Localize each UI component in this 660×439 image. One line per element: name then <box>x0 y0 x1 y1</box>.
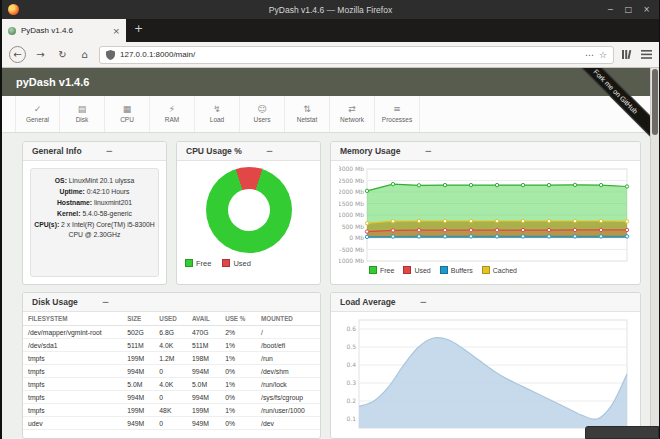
table-cell: /run/user/1000 <box>256 404 320 417</box>
tab-favicon-icon <box>8 27 16 35</box>
table-cell: 1% <box>220 404 256 417</box>
panel-disk-header: Disk Usage − <box>23 293 320 312</box>
table-cell: 0 <box>154 365 187 378</box>
legend-item: Free <box>369 266 394 274</box>
url-text[interactable]: 127.0.0.1:8000/main/ <box>120 50 580 59</box>
forward-icon[interactable]: → <box>33 49 48 60</box>
nav-label: Disk <box>76 116 89 123</box>
table-cell: 48K <box>154 404 187 417</box>
page-header: pyDash v1.4.6 <box>2 68 659 96</box>
maximize-button[interactable]: □ <box>625 5 633 14</box>
main-nav: ✓General▤Disk▦CPU⚡RAM↯Load☺Users⇅Netstat… <box>2 96 659 133</box>
minimize-button[interactable]: − <box>607 5 614 14</box>
network-icon: ⇄ <box>348 105 356 114</box>
panel-general-info-header: General Info − <box>23 142 166 161</box>
tab-close-icon[interactable]: × <box>112 26 120 36</box>
table-cell: 1.2M <box>154 352 187 365</box>
new-tab-button[interactable]: + <box>126 19 151 42</box>
legend-swatch <box>185 259 193 267</box>
panel-title: General Info <box>32 146 82 156</box>
cpu-panel-body: FreeUsed <box>177 161 320 284</box>
info-row: Hostname: linuxmint201 <box>34 198 155 209</box>
table-cell: 0% <box>220 365 256 378</box>
panel-title: Load Average <box>340 297 396 307</box>
page-viewport: pyDash v1.4.6 ✓General▤Disk▦CPU⚡RAM↯Load… <box>2 68 659 439</box>
table-cell: tmpfs <box>23 391 122 404</box>
svg-text:-1000 Mb: -1000 Mb <box>339 257 364 264</box>
panel-disk-usage: Disk Usage − FilesystemSizeUsedAvailUse … <box>22 292 321 439</box>
svg-text:1000 Mb: 1000 Mb <box>339 211 364 218</box>
shield-icon[interactable] <box>106 50 115 60</box>
nav-item-users[interactable]: ☺Users <box>240 96 285 132</box>
general-info-well: OS: LinuxMint 20.1 ulyssaUptime: 0:42:10… <box>30 168 159 277</box>
memory-usage-chart: 3000 Mb2500 Mb2000 Mb1500 Mb1000 Mb500 M… <box>339 165 631 265</box>
disk-col-header: Mounted <box>256 312 320 326</box>
page-actions-icon[interactable]: ⋯ <box>585 50 594 60</box>
table-cell: /sys/fs/cgroup <box>256 391 320 404</box>
nav-item-cpu[interactable]: ▦CPU <box>105 96 150 132</box>
panel-memory-header: Memory Usage − <box>331 142 640 161</box>
reload-icon[interactable]: ↻ <box>55 49 70 60</box>
panel-load-header: Load Average − <box>331 293 640 312</box>
table-row: tmpfs994M0994M0%/sys/fs/cgroup <box>23 391 320 404</box>
back-icon[interactable]: ← <box>9 46 26 63</box>
cpu-icon: ▦ <box>123 105 132 114</box>
table-cell: 1% <box>220 378 256 391</box>
nav-label: CPU <box>120 116 134 123</box>
svg-text:0.6: 0.6 <box>346 325 356 332</box>
table-row: tmpfs5.0M4.0K5.0M1%/run/lock <box>23 378 320 391</box>
nav-item-load[interactable]: ↯Load <box>195 96 240 132</box>
library-icon[interactable] <box>621 49 632 60</box>
nav-item-ram[interactable]: ⚡RAM <box>150 96 195 132</box>
nav-item-netstat[interactable]: ⇅Netstat <box>285 96 330 132</box>
table-cell: 949M <box>187 417 220 430</box>
tab-title: PyDash v1.4.6 <box>21 26 107 35</box>
panel-cpu-usage: CPU Usage % − FreeUsed <box>176 141 321 285</box>
nav-label: Network <box>340 116 364 123</box>
collapse-button[interactable]: − <box>266 146 274 156</box>
collapse-button[interactable]: − <box>102 297 110 307</box>
table-cell: 199M <box>187 404 220 417</box>
table-cell: /dev <box>256 417 320 430</box>
status-tooltip <box>585 426 659 439</box>
legend-item: Buffers <box>440 266 473 274</box>
menu-icon[interactable] <box>641 50 652 59</box>
table-cell: 511M <box>122 339 154 352</box>
legend-swatch <box>369 266 377 274</box>
table-cell: /dev/shm <box>256 365 320 378</box>
collapse-button[interactable]: − <box>424 146 432 156</box>
nav-item-processes[interactable]: ≡Processes <box>375 96 420 132</box>
table-cell: 502G <box>122 326 154 339</box>
home-icon[interactable]: ⌂ <box>77 49 92 60</box>
scrollbar-thumb[interactable] <box>652 69 658 135</box>
browser-tab[interactable]: PyDash v1.4.6 × <box>2 19 126 42</box>
memory-legend: FreeUsedBuffersCached <box>369 266 632 274</box>
legend-swatch <box>440 266 448 274</box>
close-button[interactable]: × <box>643 5 650 14</box>
collapse-button[interactable]: − <box>106 146 114 156</box>
bookmark-star-icon[interactable]: ☆ <box>599 50 607 60</box>
load-panel-body: 0.60.50.40.30.20.1 <box>331 312 640 438</box>
table-cell: 4.0K <box>154 339 187 352</box>
table-cell: 1% <box>220 339 256 352</box>
table-cell: 994M <box>122 391 154 404</box>
table-cell: 199M <box>122 352 154 365</box>
nav-item-disk[interactable]: ▤Disk <box>60 96 105 132</box>
window-titlebar[interactable]: PyDash v1.4.6 — Mozilla Firefox − □ × <box>2 0 659 19</box>
panel-title: CPU Usage % <box>186 146 242 156</box>
url-bar[interactable]: 127.0.0.1:8000/main/ ⋯ ☆ <box>99 46 614 64</box>
nav-label: RAM <box>165 116 179 123</box>
nav-item-general[interactable]: ✓General <box>15 96 60 132</box>
page-scrollbar[interactable] <box>650 68 659 439</box>
svg-text:-500 Mb: -500 Mb <box>339 246 364 253</box>
table-cell: 949M <box>122 417 154 430</box>
nav-item-network[interactable]: ⇄Network <box>330 96 375 132</box>
nav-label: Users <box>254 116 271 123</box>
table-cell: 5.0M <box>187 378 220 391</box>
nav-label: General <box>26 116 49 123</box>
legend-swatch <box>403 266 411 274</box>
ram-icon: ⚡ <box>169 105 175 114</box>
tab-strip: PyDash v1.4.6 × + <box>2 19 659 42</box>
table-cell: 6.8G <box>154 326 187 339</box>
collapse-button[interactable]: − <box>420 297 428 307</box>
